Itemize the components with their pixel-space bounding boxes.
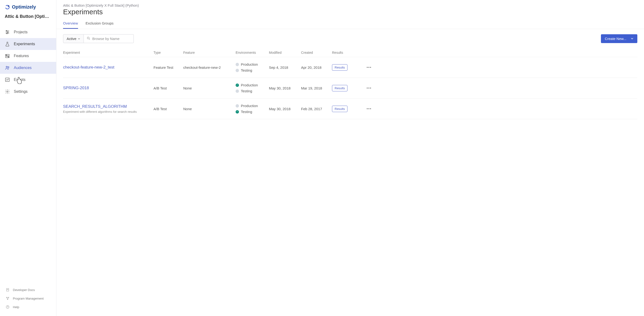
status-filter-button[interactable]: Active [63,34,84,43]
cell-feature: None [183,107,236,111]
svg-point-21 [8,299,8,300]
footer-program-management[interactable]: Program Management [0,294,56,303]
env-label: Production [241,83,258,87]
footer-help[interactable]: Help [0,303,56,311]
env-item: Production [236,104,269,108]
more-actions-button[interactable] [363,67,375,68]
sidebar-item-settings[interactable]: Settings [0,86,56,98]
cell-type: A/B Test [154,107,183,111]
env-item: Production [236,62,269,66]
flask-icon [5,42,10,47]
table-row: SPRING-2018A/B TestNoneProductionTesting… [63,78,637,98]
circle-icon [236,90,239,93]
svg-point-13 [8,67,9,68]
col-modified[interactable]: Modified [269,51,301,54]
env-label: Testing [241,68,252,72]
network-icon [6,296,10,300]
experiment-name-link[interactable]: checkout-feature-new-2_test [63,65,154,70]
check-circle-icon [236,84,239,87]
sidebar-item-label: Events [14,78,26,82]
cell-created: Apr 20, 2018 [301,66,332,70]
svg-point-1 [8,5,9,7]
col-experiment[interactable]: Experiment [63,51,154,54]
table-header: Experiment Type Feature Environments Mod… [63,48,637,57]
create-label: Create New... [605,37,626,41]
breadcrumb: Attic & Button [Optimizely X Full Stack]… [63,3,637,8]
tabs: Overview Exclusion Groups [56,19,644,29]
col-type[interactable]: Type [154,51,183,54]
cell-modified: May 30, 2018 [269,107,301,111]
sidebar-item-events[interactable]: Events [0,74,56,86]
tab-exclusion-groups[interactable]: Exclusion Groups [86,19,114,29]
tab-overview[interactable]: Overview [63,19,78,29]
sidebar-item-label: Experiments [14,42,35,46]
cell-modified: Sep 4, 2018 [269,66,301,70]
search-input[interactable] [92,37,131,41]
env-label: Testing [241,110,252,114]
experiments-table: Experiment Type Feature Environments Mod… [63,48,637,119]
results-button[interactable]: Results [332,106,348,112]
cell-environments: ProductionTesting [236,62,269,72]
svg-point-9 [6,55,7,56]
svg-point-19 [6,297,7,298]
env-label: Testing [241,89,252,93]
create-new-button[interactable]: Create New... [601,34,637,43]
gear-icon [5,89,10,94]
footer-label: Program Management [13,297,44,300]
env-item: Testing [236,68,269,72]
main-content: Attic & Button [Optimizely X Full Stack]… [56,0,644,316]
sidebar-item-experiments[interactable]: Experiments [0,38,56,50]
sidebar-item-audiences[interactable]: Audiences [0,62,56,74]
nav: Projects Experiments Features [0,24,56,284]
sidebar-item-label: Projects [14,30,28,34]
toolbar: Active Create New... [63,29,637,48]
cell-feature: None [183,86,236,90]
results-button[interactable]: Results [332,85,348,91]
more-actions-button[interactable] [363,88,375,88]
cell-modified: May 30, 2018 [269,86,301,90]
search-box[interactable] [84,34,134,43]
col-results[interactable]: Results [332,51,363,54]
env-label: Production [241,104,258,108]
toggles-icon [5,53,10,58]
logo[interactable]: Optimizely [0,0,56,12]
chart-icon [5,77,10,82]
footer-label: Developer Docs [13,288,35,292]
env-item: Production [236,83,269,87]
col-feature[interactable]: Feature [183,51,236,54]
sidebar-item-features[interactable]: Features [0,50,56,62]
circle-icon [236,63,239,66]
env-item: Testing [236,89,269,93]
cell-type: A/B Test [154,86,183,90]
experiment-name-link[interactable]: SPRING-2018 [63,86,154,90]
col-created[interactable]: Created [301,51,332,54]
help-icon [6,305,10,309]
results-button[interactable]: Results [332,64,348,71]
svg-point-11 [8,57,9,57]
col-environments[interactable]: Environments [236,51,269,54]
footer-developer-docs[interactable]: Developer Docs [0,286,56,294]
more-actions-button[interactable] [363,108,375,109]
svg-point-20 [8,297,9,298]
sidebar-item-label: Settings [14,90,28,94]
check-circle-icon [236,110,239,114]
cell-type: Feature Test [154,66,183,70]
optimizely-logo-icon [5,4,10,10]
env-label: Production [241,62,258,66]
circle-icon [236,104,239,108]
filter-label: Active [67,37,76,41]
sidebar-item-projects[interactable]: Projects [0,26,56,38]
svg-line-25 [89,39,90,40]
table-row: SEARCH_RESULTS_ALGORITHMExperiment with … [63,98,637,119]
svg-point-24 [87,37,89,39]
page-title: Experiments [63,8,637,16]
sidebar-footer: Developer Docs Program Management Help [0,284,56,316]
docs-icon [6,288,10,292]
svg-point-15 [7,91,8,92]
sidebar-item-label: Audiences [14,66,32,70]
experiment-description: Experiment with different algorithms for… [63,110,154,114]
env-item: Testing [236,110,269,114]
cell-environments: ProductionTesting [236,104,269,114]
project-name[interactable]: Attic & Button [Optim... [0,12,56,24]
experiment-name-link[interactable]: SEARCH_RESULTS_ALGORITHM [63,104,154,109]
